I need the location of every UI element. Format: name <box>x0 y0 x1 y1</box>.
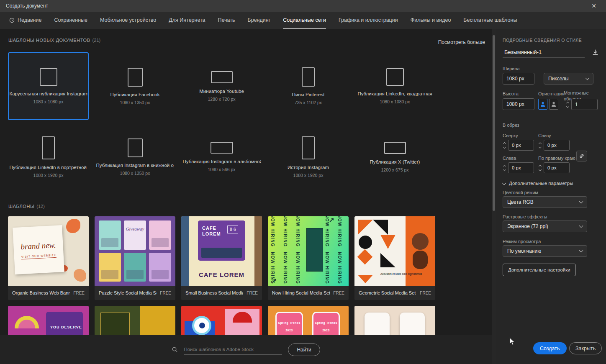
more-settings-button[interactable]: Дополнительные настройки <box>503 264 576 276</box>
chevron-down-icon <box>579 248 583 252</box>
stepper-down-icon[interactable] <box>539 168 542 171</box>
preset-instagram-portrait[interactable]: Публикация Instagram в книжной ор... 108… <box>95 126 175 188</box>
stepper-down-icon[interactable] <box>566 105 569 108</box>
tab-film-video[interactable]: Фильмы и видео <box>411 12 451 29</box>
preset-row-1: Карусельная публикация Instagram 1080 x … <box>8 52 435 120</box>
free-badge: FREE <box>333 291 344 295</box>
preset-row-2: Публикация LinkedIn в портретной о... 10… <box>8 126 435 188</box>
bleed-label: В обрез <box>503 123 519 128</box>
arrow-glyph: ↗ <box>329 216 334 224</box>
stepper-down-icon[interactable] <box>503 168 506 171</box>
orientation-landscape-button[interactable] <box>549 99 558 110</box>
template-card-geometric[interactable]: Accusam et iusto odio dignissimos Geomet… <box>354 216 435 300</box>
chevron-down-icon <box>579 199 583 203</box>
template-card-puzzle[interactable]: Giveaway Puzzle Style Social Media Set F… <box>95 216 175 300</box>
artboards-input[interactable] <box>571 99 598 110</box>
rainbow-shape <box>15 316 39 328</box>
presets-count: (21) <box>92 38 101 43</box>
artboards-stepper[interactable] <box>565 99 570 110</box>
doc-shape <box>211 71 233 83</box>
search-input[interactable] <box>184 345 282 355</box>
photo-block <box>306 228 323 272</box>
tab-graphics-illustrations[interactable]: Графика и иллюстрации <box>339 12 398 29</box>
stepper-up-icon[interactable] <box>539 164 542 167</box>
template-thumbnail: Giveaway <box>95 216 175 286</box>
style-details-panel: ПОДРОБНЫЕ СВЕДЕНИЯ О СТИЛЕ Ширина Пиксел… <box>496 29 606 364</box>
template-row-1: brand new. visit our website Organic Bus… <box>8 216 435 300</box>
units-select[interactable]: Пикселы <box>544 73 593 85</box>
bleed-left-input[interactable] <box>508 162 534 173</box>
template-label-bar: Now Hiring Social Media Set FREE <box>268 286 349 300</box>
color-mode-select[interactable]: Цвета RGB <box>503 196 587 208</box>
search-icon <box>172 346 178 353</box>
bleed-top-stepper[interactable] <box>502 140 507 151</box>
search-button[interactable]: Найти <box>288 343 320 356</box>
tab-saved[interactable]: Сохраненные <box>54 12 87 29</box>
stepper-up-icon[interactable] <box>566 101 569 104</box>
preset-linkedin-square[interactable]: Публикация LinkedIn, квадратная 1080 x 1… <box>354 52 435 120</box>
tab-branding[interactable]: Брендинг <box>247 12 270 29</box>
preset-instagram-story[interactable]: История Instagram 1080 x 1920 px <box>268 126 349 188</box>
bleed-left-stepper[interactable] <box>502 162 507 173</box>
window-close-button[interactable]: ✕ <box>588 0 600 12</box>
raster-effects-value: Экранное (72 ppi) <box>507 223 548 229</box>
category-tab-bar: Недавние Сохраненные Мобильное устройств… <box>0 12 606 29</box>
bleed-link-button[interactable] <box>576 151 587 161</box>
arrow-glyph: ↗ <box>271 277 277 285</box>
orientation-portrait-button[interactable] <box>538 99 547 110</box>
template-thumbnail: Accusam et iusto odio dignissimos <box>354 216 435 286</box>
preset-youtube-thumbnail[interactable]: Миниатюра Youtube 1280 x 720 px <box>181 52 262 120</box>
bleed-top-input[interactable] <box>508 140 534 151</box>
preview-mode-label: Режим просмотра <box>503 239 541 244</box>
stepper-up-icon[interactable] <box>539 142 542 145</box>
portrait-person-icon <box>540 101 545 107</box>
preset-instagram-landscape[interactable]: Публикация Instagram в альбомной о... 10… <box>181 126 262 188</box>
preset-pinterest-pins[interactable]: Пины Pinterest 735 x 1102 px <box>268 52 349 120</box>
tab-recent[interactable]: Недавние <box>9 12 41 29</box>
preset-facebook-post[interactable]: Публикация Facebook 1080 x 1350 px <box>95 52 175 120</box>
tab-mobile[interactable]: Мобильное устройство <box>100 12 156 29</box>
landscape-person-icon <box>551 101 556 107</box>
template-card-now-hiring[interactable]: NOW HIRINGNOW HIRING NOW HIRINGNOW HIRIN… <box>268 216 349 300</box>
raster-effects-select[interactable]: Экранное (72 ppi) <box>503 220 587 232</box>
doc-shape <box>384 142 406 154</box>
see-more-link[interactable]: Посмотреть больше <box>438 39 485 45</box>
tab-free-templates[interactable]: Бесплатные шаблоны <box>463 12 517 29</box>
content-scrollbar[interactable] <box>492 29 496 364</box>
bleed-right-stepper[interactable] <box>537 162 543 173</box>
advanced-options-toggle[interactable]: Дополнительные параметры <box>503 181 573 186</box>
preset-linkedin-portrait[interactable]: Публикация LinkedIn в портретной о... 10… <box>8 126 89 188</box>
save-preset-button[interactable] <box>590 47 601 58</box>
stepper-down-icon[interactable] <box>539 145 542 148</box>
create-button[interactable]: Создать <box>533 342 567 354</box>
tab-print[interactable]: Печать <box>218 12 235 29</box>
color-mode-value: Цвета RGB <box>507 199 534 205</box>
preview-mode-value: По умолчанию <box>507 248 541 254</box>
tab-web[interactable]: Для Интернета <box>169 12 205 29</box>
bleed-bottom-input[interactable] <box>544 140 570 151</box>
bleed-right-input[interactable] <box>544 162 570 173</box>
stepper-up-icon[interactable] <box>503 164 506 167</box>
close-button[interactable]: Закрыть <box>569 342 602 354</box>
height-input[interactable] <box>503 98 534 110</box>
stepper-up-icon[interactable] <box>503 142 506 145</box>
scrollbar-thumb[interactable] <box>493 35 495 211</box>
preview-mode-select[interactable]: По умолчанию <box>503 245 587 257</box>
height-label: Высота <box>503 91 519 96</box>
template-label-bar: Organic Business Web Banner FREE <box>8 286 89 300</box>
bleed-bottom-stepper[interactable] <box>537 140 543 151</box>
template-card-cafe[interactable]: CAFE LOREM8-6 CAFE LOREM Small Business … <box>181 216 262 300</box>
preset-x-twitter[interactable]: Публикация X (Twitter) 1200 x 675 px <box>354 126 435 188</box>
orientation-label: Ориентация <box>538 91 564 96</box>
tab-social-media[interactable]: Социальные сети <box>283 12 326 29</box>
stepper-down-icon[interactable] <box>503 145 506 148</box>
photo-strip <box>201 248 242 258</box>
template-thumbnail: NOW HIRINGNOW HIRING NOW HIRINGNOW HIRIN… <box>268 216 349 286</box>
template-card-organic[interactable]: brand new. visit our website Organic Bus… <box>8 216 89 300</box>
template-thumbnail: CAFE LOREM8-6 CAFE LOREM <box>181 216 262 286</box>
free-badge: FREE <box>420 291 431 295</box>
width-input[interactable] <box>503 73 534 85</box>
photo-strip <box>254 216 262 286</box>
preset-instagram-carousel[interactable]: Карусельная публикация Instagram 1080 x … <box>8 52 89 120</box>
document-name-input[interactable] <box>503 47 585 58</box>
